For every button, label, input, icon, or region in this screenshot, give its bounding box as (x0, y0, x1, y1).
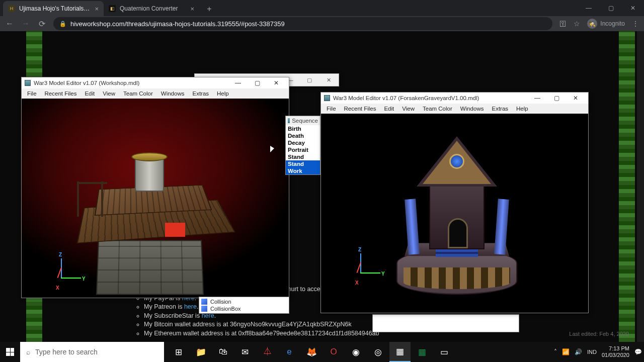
minimize-button[interactable]: — (228, 78, 248, 88)
app-icon (288, 118, 290, 123)
menu-file[interactable]: File (323, 105, 340, 113)
menu-extras[interactable]: Extras (488, 105, 512, 113)
close-icon[interactable]: × (190, 5, 194, 13)
sequence-item[interactable]: Portrait (286, 146, 320, 153)
cube-icon (201, 306, 207, 312)
new-tab-button[interactable]: + (202, 2, 216, 16)
maximize-button[interactable]: ▢ (547, 93, 566, 103)
favicon: ◧ (109, 5, 116, 12)
tab-hive[interactable]: H Ujimasa Hojo's Tutorials | HIVE × (3, 1, 104, 16)
model-editor-task[interactable]: ▦ (389, 342, 411, 362)
sequence-item[interactable]: Birth (286, 125, 320, 132)
menu-file[interactable]: File (24, 89, 40, 98)
volume-icon[interactable]: 🔊 (575, 348, 582, 355)
excel-icon[interactable]: ▦ (412, 342, 433, 362)
incognito-icon: 🕵 (587, 19, 597, 29)
key-icon[interactable]: ⚿ (559, 20, 567, 28)
incognito-badge[interactable]: 🕵 Incognito (587, 19, 625, 29)
menu-windows[interactable]: Windows (157, 89, 188, 98)
menubar: File Recent Files Edit View Team Color W… (22, 88, 289, 99)
menu-recent[interactable]: Recent Files (41, 89, 80, 98)
cube-icon (201, 299, 207, 305)
taskbar: ⌕ Type here to search ⊞ 📁 🛍 ✉ ⏃ e 🦊 O ◉ … (0, 342, 644, 362)
sequence-item[interactable]: Decay (286, 139, 320, 146)
taskbar-search[interactable]: ⌕ Type here to search (20, 342, 164, 362)
menu-help[interactable]: Help (513, 105, 532, 113)
app-icon (25, 80, 31, 86)
task-view-icon[interactable]: ⊞ (168, 342, 189, 362)
obs-icon[interactable]: ◎ (367, 342, 388, 362)
panel-fragment (372, 314, 519, 332)
menu-icon[interactable]: ⋮ (632, 20, 639, 28)
menu-windows[interactable]: Windows (457, 105, 488, 113)
browser-chrome: H Ujimasa Hojo's Tutorials | HIVE × ◧ Qu… (0, 0, 644, 31)
chrome-icon[interactable]: ◉ (345, 342, 366, 362)
scrollbar[interactable] (637, 31, 644, 342)
menu-recent[interactable]: Recent Files (341, 105, 380, 113)
patreon-link[interactable]: here (184, 303, 197, 310)
menu-view[interactable]: View (398, 105, 418, 113)
omnibox[interactable]: 🔒 hiveworkshop.com/threads/ujimasa-hojos… (53, 17, 552, 30)
sequence-item[interactable]: Stand (286, 153, 320, 160)
close-button[interactable]: ✕ (566, 93, 585, 103)
favicon: H (8, 5, 15, 12)
url-text: hiveworkshop.com/threads/ujimasa-hojos-t… (70, 20, 285, 28)
menu-extras[interactable]: Extras (189, 89, 212, 98)
explorer-icon[interactable]: 📁 (190, 342, 211, 362)
viewport-3d[interactable]: Z Y X (321, 114, 588, 313)
close-icon[interactable]: × (95, 5, 99, 13)
back-button[interactable]: ← (5, 19, 14, 28)
close-button[interactable]: ✕ (267, 78, 286, 88)
menu-view[interactable]: View (99, 89, 119, 98)
model-editor-window-1[interactable]: War3 Model Editor v1.07 (Workshop.mdl) —… (21, 77, 289, 298)
sequence-list: Birth Death Decay Portrait Stand Stand W… (286, 125, 320, 174)
menu-teamcolor[interactable]: Team Color (419, 105, 456, 113)
collision-panel[interactable]: Collision CollisionBox (199, 297, 289, 314)
collision-item[interactable]: CollisionBox (201, 305, 287, 312)
opera-icon[interactable]: O (323, 342, 344, 362)
sequence-panel[interactable]: Sequence Birth Death Decay Portrait Stan… (285, 116, 320, 175)
maximize-button[interactable]: ▢ (300, 75, 318, 85)
menu-help[interactable]: Help (213, 89, 232, 98)
model-workshop (77, 124, 228, 295)
window-title: War3 Model Editor v1.07 (ForsakenGraveya… (333, 95, 525, 101)
bookmark-icon[interactable]: ☆ (574, 20, 580, 28)
mail-icon[interactable]: ✉ (234, 342, 256, 362)
store-icon[interactable]: 🛍 (212, 342, 233, 362)
tab-title: Quaternion Converter (120, 5, 186, 12)
tab-title: Ujimasa Hojo's Tutorials | HIVE (19, 5, 91, 12)
forward-button[interactable]: → (21, 19, 30, 28)
notifications-icon[interactable]: 💬 (634, 348, 642, 355)
minimize-button[interactable]: — (578, 0, 600, 16)
minimize-button[interactable]: — (528, 93, 547, 103)
tray-chevron-icon[interactable]: ˄ (554, 348, 557, 355)
system-tray: ˄ 📶 🔊 IND 7:13 PM 01/03/2020 💬 (554, 342, 644, 362)
sequence-item-selected[interactable]: Stand Work (286, 160, 320, 174)
model-editor-window-2[interactable]: War3 Model Editor v1.07 (ForsakenGraveya… (320, 92, 589, 313)
viewport-3d[interactable]: Z Y X (22, 99, 289, 298)
predator-icon[interactable]: ⏃ (257, 342, 278, 362)
reload-button[interactable]: ⟳ (37, 19, 46, 29)
clock[interactable]: 7:13 PM 01/03/2020 (602, 345, 629, 358)
taskbar-apps: ⊞ 📁 🛍 ✉ ⏃ e 🦊 O ◉ ◎ ▦ ▦ ▭ (168, 342, 455, 362)
collision-item[interactable]: Collision (201, 298, 287, 305)
titlebar[interactable]: War3 Model Editor v1.07 (ForsakenGraveya… (321, 93, 588, 104)
app-icon[interactable]: ▭ (434, 342, 455, 362)
maximize-button[interactable]: ▢ (248, 78, 267, 88)
titlebar[interactable]: War3 Model Editor v1.07 (Workshop.mdl) —… (22, 77, 289, 88)
network-icon[interactable]: 📶 (562, 348, 570, 355)
edge-icon[interactable]: e (279, 342, 300, 362)
tab-quaternion[interactable]: ◧ Quaternion Converter × (104, 1, 199, 16)
firefox-icon[interactable]: 🦊 (301, 342, 322, 362)
language-indicator[interactable]: IND (587, 349, 597, 355)
sequence-item[interactable]: Death (286, 132, 320, 139)
close-button[interactable]: ✕ (622, 0, 644, 16)
menu-teamcolor[interactable]: Team Color (120, 89, 156, 98)
menu-edit[interactable]: Edit (81, 89, 98, 98)
start-button[interactable] (0, 342, 20, 362)
menu-edit[interactable]: Edit (380, 105, 397, 113)
panel-title[interactable]: Sequence (286, 116, 320, 125)
maximize-button[interactable]: ▢ (600, 0, 622, 16)
menubar: File Recent Files Edit View Team Color W… (321, 104, 588, 114)
close-button[interactable]: ✕ (319, 75, 338, 85)
